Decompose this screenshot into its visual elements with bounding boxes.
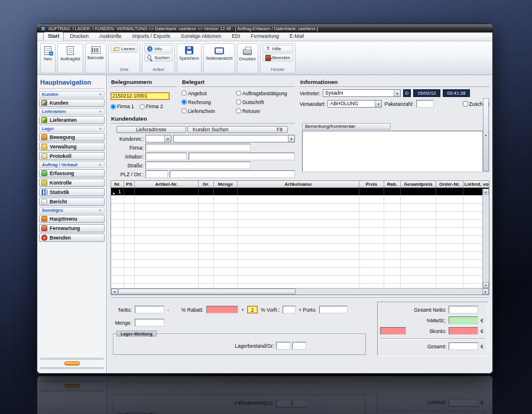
beenden-button[interactable]: Beenden [262, 54, 293, 62]
netto-input[interactable] [135, 306, 164, 313]
scroll-down-icon[interactable] [483, 282, 489, 288]
sidebar-item-beenden[interactable]: Beenden [39, 234, 105, 242]
menge-input[interactable] [135, 319, 164, 326]
column-header[interactable]: Artikelname [238, 181, 359, 187]
table-row[interactable] [111, 236, 489, 244]
sidebar-header-lieferanten[interactable]: Lieferanten [39, 108, 105, 115]
column-header[interactable]: Rab. [384, 181, 401, 187]
suchen-button[interactable]: Suchen [144, 54, 172, 62]
sidebar-item-fernwartung[interactable]: Fernwartung [39, 224, 105, 232]
bemerkung-scrollbar[interactable] [482, 131, 489, 172]
skonto-input[interactable] [449, 327, 478, 335]
sidebar-item-protokoll[interactable]: Protokoll [39, 152, 105, 160]
title-bar[interactable]: AUFTRAG- / LAGER- / KUNDEN- VERWALTUNG <… [37, 24, 492, 33]
table-row[interactable] [111, 196, 489, 204]
rabatt-input[interactable] [206, 306, 238, 313]
table-vertical-scrollbar[interactable] [482, 189, 489, 288]
dropdown-arrow-icon[interactable] [164, 135, 171, 142]
tab-imports-exports[interactable]: Imports / Exports [128, 32, 175, 41]
vorfr-input[interactable] [283, 306, 296, 313]
dropdown-arrow-icon[interactable] [375, 101, 381, 107]
inhaber-name-input[interactable] [189, 153, 295, 160]
vertreter-select[interactable]: Sysadm [323, 89, 401, 97]
sidebar-item-kunden[interactable]: Kunden [39, 99, 105, 107]
scroll-down-icon[interactable] [483, 98, 489, 172]
scroll-left-icon[interactable] [111, 289, 118, 295]
barcode-button[interactable]: Barcode [85, 43, 106, 73]
table-row[interactable] [111, 212, 489, 220]
column-header[interactable]: Gr. [199, 181, 214, 187]
column-header[interactable]: Order-Nr. [436, 181, 463, 187]
lagerbestand-gr-input[interactable] [292, 342, 306, 350]
leeren-button[interactable]: Leeren [111, 45, 138, 53]
skonto-prozent-input[interactable] [380, 327, 406, 335]
neu-button[interactable]: Neu [40, 43, 56, 73]
table-row[interactable] [111, 260, 489, 268]
kunden-suchen-button[interactable]: Kunden Suchen F8 [187, 126, 288, 133]
column-header[interactable]: PS [124, 181, 135, 187]
versandart-select[interactable]: ABHOLUNG [327, 100, 382, 108]
tab-sonstige-aktionen[interactable]: Sonstige Aktionen [176, 32, 226, 41]
belegnummer-input[interactable] [111, 92, 170, 100]
plz-input[interactable] [145, 170, 168, 178]
kunden-name-select[interactable] [173, 135, 295, 143]
tab-drucken[interactable]: Drucken [65, 32, 93, 41]
tab-start[interactable]: Start [43, 32, 64, 41]
info-button[interactable]: Info [144, 45, 172, 53]
tab-auskuenfte[interactable]: Auskünfte [95, 32, 126, 41]
auftragsbestaetigung-radio[interactable]: Auftragsbestätigung [236, 89, 295, 97]
dropdown-arrow-icon[interactable] [394, 90, 400, 96]
column-header[interactable]: Artikel-Nr. [135, 181, 199, 187]
table-row[interactable] [111, 252, 489, 260]
firma-input[interactable] [145, 144, 251, 151]
lagerbestand-input[interactable] [276, 342, 290, 350]
table-row[interactable] [111, 204, 489, 212]
selected-row[interactable]: 1 [111, 188, 489, 196]
speichern-button[interactable]: Speichern [177, 43, 202, 73]
strasse-input[interactable] [145, 161, 251, 169]
sidebar-item-bewegung[interactable]: Bewegung [39, 133, 105, 141]
bemerkung-textarea[interactable] [302, 131, 489, 172]
angebot-radio[interactable]: Angebot [181, 89, 236, 97]
table-row[interactable] [111, 268, 489, 276]
sidebar-header-auftrag-verkauf[interactable]: Auftrag / Verkauf [39, 161, 105, 168]
table-horizontal-scrollbar[interactable] [111, 288, 489, 295]
lieferschein-radio[interactable]: Lieferschein [181, 107, 236, 115]
sidebar-item-hauptmenu[interactable]: Hauptmenu [39, 215, 105, 223]
drucken-button[interactable]: Drucken [237, 43, 258, 73]
paketanzahl-input[interactable] [416, 100, 434, 108]
column-header[interactable]: Menge [214, 181, 238, 187]
scrollbar-thumb[interactable] [118, 289, 296, 295]
tab-fernwartung[interactable]: Fernwartung [246, 32, 284, 41]
sidebar-item-statistik[interactable]: Statistik [39, 188, 105, 196]
dropdown-arrow-icon[interactable] [288, 135, 294, 142]
vorfr-prozent-input[interactable] [247, 306, 258, 313]
scroll-up-icon[interactable] [483, 189, 489, 195]
sidebar-item-bericht[interactable]: Bericht [39, 198, 105, 206]
table-row[interactable] [111, 220, 489, 228]
auftraglist-button[interactable]: Auftraglist [57, 43, 83, 73]
tab-email[interactable]: E-Mail [285, 32, 309, 41]
sidebar-item-kontrolle[interactable]: Kontrolle [39, 179, 105, 187]
ort-input[interactable] [170, 170, 295, 178]
sidebar-item-verwaltung[interactable]: Verwaltung [39, 143, 105, 151]
column-header[interactable]: Gesamtpreis [401, 181, 436, 187]
inhaber-vorname-input[interactable] [145, 153, 187, 160]
column-header[interactable]: Preis [359, 181, 384, 187]
hilfe-button[interactable]: Hilfe [262, 45, 293, 53]
porto-input[interactable] [319, 306, 348, 313]
kundennr-select[interactable] [145, 135, 171, 143]
scroll-right-icon[interactable] [482, 289, 489, 295]
sidebar-header-lager[interactable]: Lager [39, 125, 105, 132]
seitenansicht-button[interactable]: Seitenansicht [203, 43, 235, 73]
table-row[interactable] [111, 244, 489, 252]
sidebar-header-kunden[interactable]: Kunden [39, 91, 105, 98]
sidebar-item-erfassung[interactable]: Erfassung [39, 169, 105, 177]
table-row[interactable] [111, 228, 489, 236]
firma1-radio[interactable]: Firma 1 [111, 104, 134, 109]
sidebar-header-sonstiges[interactable]: Sonstiges [39, 207, 105, 214]
date-field[interactable]: 15/02/12 [413, 89, 440, 97]
lieferadresse-button[interactable]: Lieferadresse [116, 126, 186, 133]
table-row[interactable] [111, 276, 489, 284]
column-header[interactable]: Lieferd. von [463, 181, 489, 187]
